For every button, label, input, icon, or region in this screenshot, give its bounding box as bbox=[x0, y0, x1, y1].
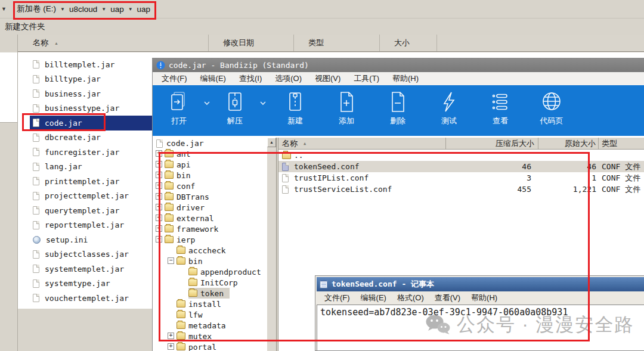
expand-plus-icon[interactable] bbox=[156, 182, 162, 189]
menu-help[interactable]: 帮助(H) bbox=[386, 73, 425, 84]
archive-file-icon bbox=[156, 139, 163, 148]
tree-node-bin[interactable]: bin bbox=[153, 170, 267, 181]
test-archive-icon bbox=[437, 90, 461, 114]
file-icon bbox=[33, 206, 39, 215]
breadcrumb-segment-uap2[interactable]: uap bbox=[137, 5, 151, 14]
folder-icon bbox=[177, 322, 185, 329]
tree-node-lfw[interactable]: lfw bbox=[153, 309, 267, 320]
menu-options[interactable]: 选项(O) bbox=[268, 73, 308, 84]
folder-up-icon bbox=[282, 152, 291, 159]
archive-row-tokenseed[interactable]: tokenSeed.conf 46 46 CONF 文件 bbox=[278, 161, 644, 172]
add-files-button[interactable]: 添加 bbox=[321, 89, 372, 126]
extract-button[interactable]: 解压 bbox=[213, 89, 256, 126]
expand-plus-icon[interactable] bbox=[168, 343, 174, 350]
breadcrumb-segment-drive[interactable]: 新加卷 (E:) bbox=[17, 4, 56, 14]
archive-column-type[interactable]: 类型 bbox=[599, 138, 644, 149]
codepage-button[interactable]: 代码页 bbox=[526, 89, 577, 126]
column-header-size[interactable]: 大小 bbox=[380, 35, 437, 51]
file-icon bbox=[33, 148, 39, 156]
view-list-button[interactable]: 查看 bbox=[475, 89, 526, 126]
bandizip-title-bar[interactable]: code.jar - Bandizip (Standard) bbox=[153, 58, 644, 72]
archive-column-name[interactable]: 名称 bbox=[278, 138, 446, 149]
tree-node-token-selected[interactable]: token bbox=[153, 288, 267, 299]
delete-files-button[interactable]: 删除 bbox=[372, 89, 423, 126]
chevron-down-icon[interactable] bbox=[101, 7, 106, 12]
file-icon bbox=[33, 265, 39, 273]
column-header-type[interactable]: 类型 bbox=[294, 35, 380, 51]
menu-help[interactable]: 帮助(H) bbox=[466, 293, 503, 303]
menu-view[interactable]: 视图(V) bbox=[308, 73, 347, 84]
archive-row-trustservicelist[interactable]: trustServiceList.conf 455 1,221 CONF 文件 bbox=[278, 184, 644, 195]
menu-tools[interactable]: 工具(T) bbox=[347, 73, 386, 84]
tree-node-conf[interactable]: conf bbox=[153, 181, 267, 191]
archive-row-trustiplist[interactable]: trustIPList.conf 3 1 CONF 文件 bbox=[278, 172, 644, 184]
expand-plus-icon[interactable] bbox=[156, 172, 162, 178]
notepad-title-bar[interactable]: tokenSeed.conf - 记事本 bbox=[317, 277, 644, 291]
test-archive-button[interactable]: 测试 bbox=[423, 89, 475, 126]
menu-view[interactable]: 查看(V) bbox=[429, 293, 466, 303]
tree-node-initcorp[interactable]: InitCorp bbox=[153, 277, 267, 288]
expand-plus-icon[interactable] bbox=[156, 150, 162, 157]
archive-list-header: 名称 压缩后大小 原始大小 类型 bbox=[278, 138, 644, 150]
tree-node-metadata[interactable]: metadata bbox=[153, 320, 267, 331]
address-bar[interactable]: 新加卷 (E:) u8cloud uap uap bbox=[0, 0, 644, 18]
tree-root-node[interactable]: code.jar bbox=[153, 138, 267, 148]
new-archive-button[interactable]: 新建 bbox=[270, 89, 321, 126]
chevron-down-icon[interactable] bbox=[128, 7, 133, 12]
archive-column-compressed[interactable]: 压缩后大小 bbox=[446, 138, 538, 149]
folder-icon bbox=[165, 236, 174, 243]
open-archive-icon bbox=[167, 90, 191, 114]
bandizip-toolbar: 打开 解压 bbox=[153, 85, 644, 136]
tree-node-portal[interactable]: portal bbox=[153, 341, 267, 351]
archive-folder-tree: code.jar ant api bin conf DBTrans driver… bbox=[153, 138, 267, 351]
new-folder-button[interactable]: 新建文件夹 bbox=[5, 21, 45, 32]
open-button[interactable]: 打开 bbox=[157, 89, 200, 126]
column-header-name[interactable]: 名称 bbox=[18, 35, 209, 51]
expand-plus-icon[interactable] bbox=[156, 215, 162, 221]
archive-row-up[interactable]: .. bbox=[278, 150, 644, 161]
dropdown-caret-icon[interactable] bbox=[0, 6, 8, 12]
column-header-date[interactable]: 修改日期 bbox=[209, 35, 294, 51]
menu-edit[interactable]: 编辑(E) bbox=[355, 293, 392, 303]
tree-node-appendproduct[interactable]: appendproduct bbox=[153, 266, 267, 277]
new-archive-icon bbox=[283, 90, 307, 114]
tree-node-mutex[interactable]: mutex bbox=[153, 331, 267, 341]
tree-node-dbtrans[interactable]: DBTrans bbox=[153, 191, 267, 202]
menu-format[interactable]: 格式(O) bbox=[392, 293, 429, 303]
tree-scrollbar[interactable] bbox=[267, 138, 276, 351]
menu-find[interactable]: 查找(I) bbox=[233, 73, 268, 84]
breadcrumb-segment-u8cloud[interactable]: u8cloud bbox=[69, 5, 97, 14]
tree-node-framework[interactable]: framework bbox=[153, 223, 267, 234]
menu-file[interactable]: 文件(F) bbox=[155, 73, 194, 84]
bandizip-logo-icon bbox=[156, 61, 165, 70]
delete-files-icon bbox=[386, 90, 410, 114]
explorer-command-bar: 新建文件夹 bbox=[0, 18, 644, 35]
extract-dropdown-chevron[interactable] bbox=[256, 89, 270, 117]
collapse-minus-icon[interactable] bbox=[156, 236, 162, 243]
tree-node-acccheck[interactable]: acccheck bbox=[153, 245, 267, 256]
expand-plus-icon[interactable] bbox=[156, 204, 162, 210]
expand-plus-icon[interactable] bbox=[156, 161, 162, 167]
open-dropdown-chevron[interactable] bbox=[200, 89, 213, 117]
tree-node-ierp[interactable]: ierp bbox=[153, 234, 267, 245]
tree-node-bin2[interactable]: bin bbox=[153, 256, 267, 266]
menu-file[interactable]: 文件(F) bbox=[319, 293, 355, 303]
expand-plus-icon[interactable] bbox=[156, 225, 162, 232]
archive-column-original[interactable]: 原始大小 bbox=[538, 138, 599, 149]
chevron-down-icon[interactable] bbox=[60, 7, 65, 12]
tree-node-ant[interactable]: ant bbox=[153, 148, 267, 159]
tree-node-api[interactable]: api bbox=[153, 159, 267, 170]
collapse-minus-icon[interactable] bbox=[168, 257, 174, 264]
menu-edit[interactable]: 编辑(E) bbox=[194, 73, 233, 84]
tree-node-external[interactable]: external bbox=[153, 213, 267, 223]
file-icon bbox=[33, 294, 39, 302]
window-title: code.jar - Bandizip (Standard) bbox=[169, 61, 309, 70]
breadcrumb-segment-uap[interactable]: uap bbox=[110, 5, 124, 14]
notepad-text-area[interactable]: tokenseed=ab7d823e-03ef-39c1-9947-060a0a… bbox=[317, 305, 644, 350]
scroll-up-arrow-icon[interactable] bbox=[267, 138, 276, 147]
ini-file-icon bbox=[33, 236, 41, 244]
tree-node-install[interactable]: install bbox=[153, 299, 267, 309]
expand-plus-icon[interactable] bbox=[156, 193, 162, 200]
tree-node-driver[interactable]: driver bbox=[153, 202, 267, 213]
expand-plus-icon[interactable] bbox=[168, 333, 174, 339]
